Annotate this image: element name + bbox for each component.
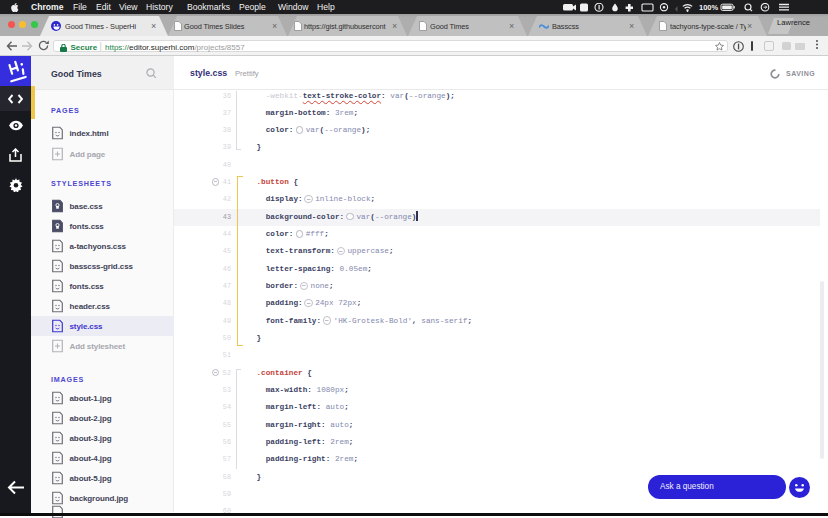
svg-text:100%: 100% xyxy=(699,3,719,12)
